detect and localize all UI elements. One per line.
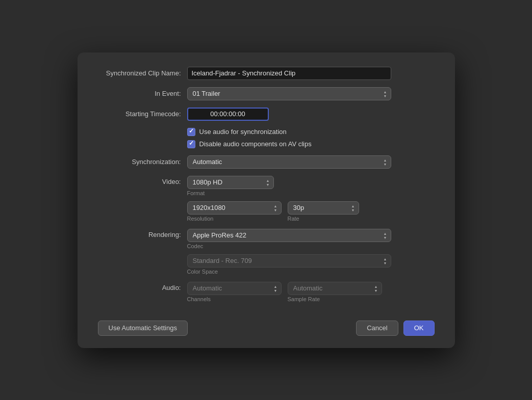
resolution-select[interactable]: 1920x1080 1280x720 3840x2160 [187,201,282,215]
use-automatic-settings-button[interactable]: Use Automatic Settings [98,321,188,336]
color-space-select-wrapper: Standard - Rec. 709 Wide Gamut HDR [187,254,391,268]
clip-name-label: Synchronized Clip Name: [98,67,187,79]
synchronization-row: Synchronization: Automatic Manual [98,155,435,169]
footer-right: Cancel OK [356,321,434,336]
codec-sub-label: Codec [187,243,391,249]
synchronized-clip-dialog: Synchronized Clip Name: In Event: 01 Tra… [78,52,455,348]
clip-name-input[interactable] [187,67,391,80]
disable-audio-label: Disable audio components on AV clips [199,140,312,148]
rendering-label: Rendering: [98,229,187,241]
synchronization-select[interactable]: Automatic Manual [187,155,391,169]
color-space-field: Standard - Rec. 709 Wide Gamut HDR Color… [187,254,391,275]
sample-rate-field: Automatic 44.1 kHz 48 kHz Sample Rate [288,282,382,302]
synchronization-label: Synchronization: [98,156,187,168]
channels-field: Automatic Stereo Mono Channels [187,282,282,302]
use-audio-sync-label: Use audio for synchronization [199,128,287,136]
channels-select[interactable]: Automatic Stereo Mono [187,282,282,295]
rate-select-wrapper: 23.98p 24p 25p 29.97p 30p 60p [288,201,359,215]
sample-rate-select-wrapper: Automatic 44.1 kHz 48 kHz [288,282,382,295]
timecode-input[interactable] [187,108,269,121]
in-event-row: In Event: 01 Trailer 02 Main 03 BRoll [98,87,435,100]
resolution-sub-label: Resolution [187,216,282,222]
video-row: Video: 1080p HD 720p HD 4K Format [98,176,435,222]
codec-field: Apple ProRes 422 Apple ProRes 4444 H.264… [187,229,391,249]
color-space-sub-label: Color Space [187,269,391,275]
sample-rate-select[interactable]: Automatic 44.1 kHz 48 kHz [288,282,382,295]
resolution-select-wrapper: 1920x1080 1280x720 3840x2160 [187,201,282,215]
rendering-fields: Apple ProRes 422 Apple ProRes 4444 H.264… [187,229,391,275]
resolution-rate-row: 1920x1080 1280x720 3840x2160 Resolution … [187,201,359,222]
audio-label: Audio: [98,282,187,294]
in-event-select[interactable]: 01 Trailer 02 Main 03 BRoll [187,87,391,100]
audio-fields: Automatic Stereo Mono Channels Automatic… [187,282,382,302]
channels-select-wrapper: Automatic Stereo Mono [187,282,282,295]
in-event-label: In Event: [98,88,187,100]
disable-audio-checkbox[interactable] [187,140,195,148]
sample-rate-sub-label: Sample Rate [288,296,382,302]
synchronization-select-wrapper: Automatic Manual [187,155,391,169]
use-audio-sync-row[interactable]: Use audio for synchronization [187,128,435,136]
in-event-select-wrapper: 01 Trailer 02 Main 03 BRoll [187,87,391,100]
checkboxes-section: Use audio for synchronization Disable au… [187,128,435,148]
use-audio-sync-checkbox[interactable] [187,128,195,136]
timecode-label: Starting Timecode: [98,108,187,120]
disable-audio-row[interactable]: Disable audio components on AV clips [187,140,435,148]
audio-sub-row: Automatic Stereo Mono Channels Automatic… [187,282,382,302]
rate-select[interactable]: 23.98p 24p 25p 29.97p 30p 60p [288,201,359,215]
video-fields: 1080p HD 720p HD 4K Format 1920x1080 128… [187,176,359,222]
ok-button[interactable]: OK [403,321,435,336]
resolution-field: 1920x1080 1280x720 3840x2160 Resolution [187,201,282,222]
clip-name-row: Synchronized Clip Name: [98,67,435,80]
video-format-select-wrapper: 1080p HD 720p HD 4K [187,176,274,189]
video-format-field: 1080p HD 720p HD 4K Format [187,176,359,196]
footer: Use Automatic Settings Cancel OK [98,314,435,336]
rate-sub-label: Rate [288,216,359,222]
rendering-select[interactable]: Apple ProRes 422 Apple ProRes 4444 H.264 [187,229,391,242]
rate-field: 23.98p 24p 25p 29.97p 30p 60p Rate [288,201,359,222]
color-space-select[interactable]: Standard - Rec. 709 Wide Gamut HDR [187,254,391,268]
channels-sub-label: Channels [187,296,282,302]
rendering-row: Rendering: Apple ProRes 422 Apple ProRes… [98,229,435,275]
audio-row: Audio: Automatic Stereo Mono Channels [98,282,435,302]
cancel-button[interactable]: Cancel [356,321,398,336]
video-label: Video: [98,176,187,188]
format-sub-label: Format [187,190,359,196]
rendering-select-wrapper: Apple ProRes 422 Apple ProRes 4444 H.264 [187,229,391,242]
video-format-select[interactable]: 1080p HD 720p HD 4K [187,176,274,189]
timecode-row: Starting Timecode: [98,108,435,121]
